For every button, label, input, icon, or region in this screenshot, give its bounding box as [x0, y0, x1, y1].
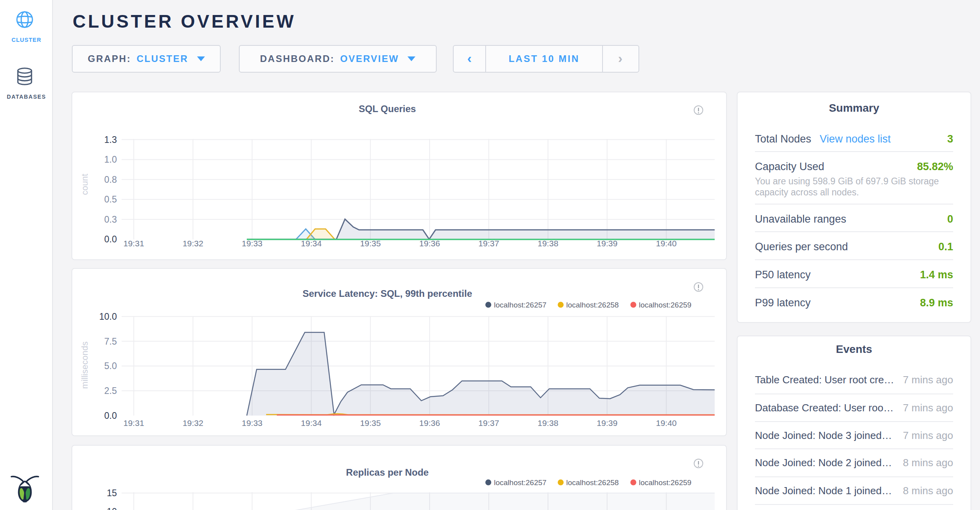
svg-text:Service Latency: SQL, 99th per: Service Latency: SQL, 99th percentile: [302, 288, 472, 299]
svg-text:19:35: 19:35: [360, 239, 381, 248]
svg-text:10: 10: [107, 506, 117, 510]
svg-text:1.3: 1.3: [104, 135, 117, 145]
svg-text:localhost:26258: localhost:26258: [566, 301, 619, 309]
svg-text:SQL Queries: SQL Queries: [359, 103, 416, 114]
svg-text:2.5: 2.5: [104, 386, 117, 396]
svg-text:19:38: 19:38: [538, 418, 559, 428]
svg-text:localhost:26259: localhost:26259: [639, 478, 691, 487]
svg-text:19:34: 19:34: [301, 239, 322, 248]
svg-text:localhost:26259: localhost:26259: [639, 301, 691, 309]
svg-text:19:40: 19:40: [656, 239, 677, 248]
svg-text:19:31: 19:31: [124, 239, 145, 248]
svg-text:1.0: 1.0: [104, 154, 117, 165]
svg-text:milliseconds: milliseconds: [80, 341, 90, 389]
svg-text:19:33: 19:33: [242, 239, 263, 248]
svg-text:0.0: 0.0: [104, 234, 117, 244]
svg-text:19:37: 19:37: [479, 239, 499, 248]
svg-text:localhost:26257: localhost:26257: [494, 478, 546, 487]
svg-text:19:36: 19:36: [419, 418, 440, 428]
svg-text:19:38: 19:38: [538, 239, 559, 248]
svg-text:15: 15: [107, 488, 117, 498]
svg-text:0.5: 0.5: [104, 194, 117, 204]
svg-text:19:32: 19:32: [182, 239, 203, 248]
svg-text:19:31: 19:31: [124, 418, 145, 428]
svg-text:Replicas per Node: Replicas per Node: [346, 467, 428, 478]
svg-text:10.0: 10.0: [99, 311, 117, 322]
svg-text:19:40: 19:40: [656, 418, 677, 428]
svg-text:19:39: 19:39: [597, 418, 618, 428]
svg-text:0.0: 0.0: [104, 411, 117, 421]
svg-text:19:33: 19:33: [242, 418, 263, 428]
svg-text:19:35: 19:35: [360, 418, 381, 428]
svg-text:19:37: 19:37: [479, 418, 499, 428]
svg-text:7.5: 7.5: [104, 336, 117, 347]
svg-text:19:32: 19:32: [182, 418, 203, 428]
svg-text:0.8: 0.8: [104, 174, 117, 185]
svg-text:count: count: [80, 174, 90, 195]
svg-text:19:34: 19:34: [301, 418, 322, 428]
svg-text:localhost:26257: localhost:26257: [494, 301, 546, 309]
svg-text:localhost:26258: localhost:26258: [566, 478, 619, 487]
svg-text:19:36: 19:36: [419, 239, 440, 248]
svg-text:5.0: 5.0: [104, 361, 117, 371]
svg-text:19:39: 19:39: [597, 239, 618, 248]
svg-text:0.3: 0.3: [104, 214, 117, 225]
